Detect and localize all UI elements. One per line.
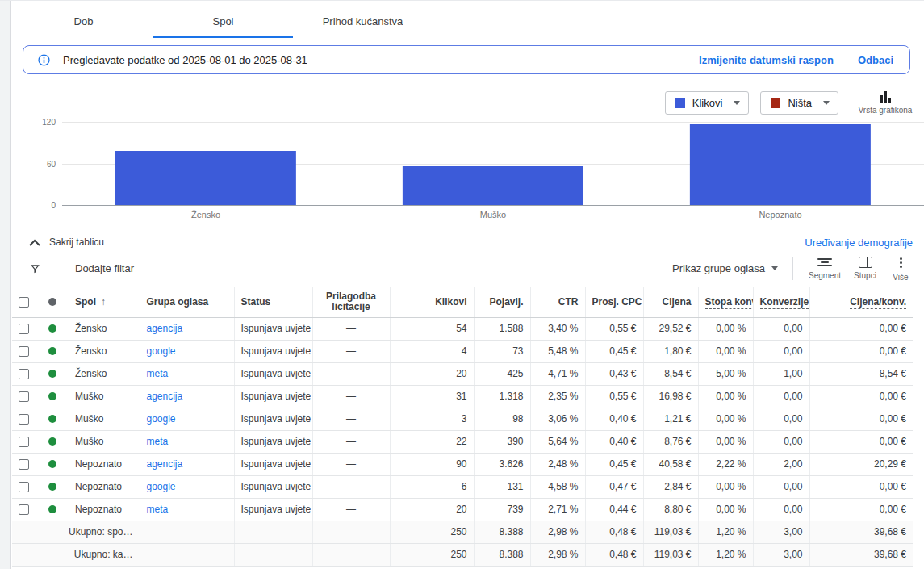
- gender-value: Žensko: [75, 368, 107, 379]
- column-header-cijena[interactable]: Cijena: [643, 287, 698, 317]
- secondary-metric-dropdown[interactable]: Ništa: [760, 91, 838, 115]
- change-date-range-link[interactable]: Izmijenite datumski raspon: [699, 54, 834, 66]
- select-all-checkbox[interactable]: [19, 297, 29, 308]
- ad-group-link[interactable]: google: [140, 408, 234, 430]
- ad-group-link[interactable]: agencija: [140, 317, 234, 340]
- status-value: Ispunjava uvjete: [234, 408, 312, 430]
- tab-prihod-kucanstva[interactable]: Prihod kućanstva: [293, 8, 433, 38]
- impressions-total: 8.388: [474, 543, 530, 566]
- hide-table-toggle[interactable]: Sakrij tablicu: [49, 236, 104, 248]
- impressions-value: 390: [474, 430, 530, 453]
- column-header-stopa-konv[interactable]: Stopa konv.: [698, 287, 753, 317]
- more-vert-icon: [900, 256, 902, 270]
- gender-value: Nepoznato: [75, 481, 122, 492]
- conv-rate-value: 0,00 %: [698, 430, 753, 453]
- cost-total: 119,03 €: [643, 543, 698, 566]
- primary-metric-dropdown[interactable]: Klikovi: [665, 91, 750, 115]
- ctr-value: 5,48 %: [530, 340, 585, 362]
- cost-value: 8,80 €: [643, 498, 698, 521]
- avg-cpc-value: 0,43 €: [585, 362, 643, 385]
- row-checkbox[interactable]: [19, 391, 29, 402]
- table-section: Sakrij tablicu Uređivanje demografije Do…: [12, 228, 924, 567]
- impressions-total: 8.388: [474, 521, 530, 543]
- chart-type-button[interactable]: Vrsta grafikona: [858, 91, 913, 115]
- avg-cpc-value: 0,40 €: [585, 430, 643, 453]
- tab-spol[interactable]: Spol: [153, 8, 293, 38]
- bid-adjustment-value: —: [312, 475, 390, 498]
- row-checkbox[interactable]: [19, 437, 29, 447]
- column-header-pojavlj[interactable]: Pojavlj.: [474, 287, 530, 317]
- table-total-row: Ukupno: spo… 250 8.388 2,98 % 0,48 € 119…: [12, 521, 913, 543]
- gender-value: Žensko: [75, 345, 107, 357]
- row-checkbox[interactable]: [19, 369, 29, 379]
- row-checkbox[interactable]: [19, 324, 29, 334]
- ad-group-link[interactable]: meta: [140, 430, 234, 453]
- conv-rate-value: 0,00 %: [698, 317, 753, 340]
- column-header-status[interactable]: Status: [234, 287, 312, 317]
- cost-per-conv-value: 0,00 €: [809, 340, 913, 362]
- columns-icon: [859, 257, 872, 268]
- enabled-status-icon: [48, 347, 56, 355]
- impressions-value: 1.588: [474, 317, 530, 340]
- column-header-konverzije[interactable]: Konverzije: [753, 287, 809, 317]
- column-header-prilagodba-licitacije[interactable]: Prilagodba licitacije: [312, 287, 390, 317]
- cost-value: 8,76 €: [643, 430, 698, 453]
- segment-label: Segment: [809, 271, 841, 280]
- bid-adjustment-value: —: [312, 430, 390, 453]
- ctr-total: 2,98 %: [530, 521, 585, 543]
- dismiss-banner-link[interactable]: Odbaci: [858, 54, 893, 66]
- cost-per-conv-value: 0,00 €: [809, 408, 913, 430]
- edit-demographics-link[interactable]: Uređivanje demografije: [805, 236, 913, 249]
- tab-dob[interactable]: Dob: [14, 8, 153, 38]
- ctr-value: 4,58 %: [530, 475, 585, 498]
- cost-per-conv-value: 0,00 €: [809, 498, 913, 521]
- status-value: Ispunjava uvjete: [234, 453, 312, 475]
- impressions-value: 73: [474, 340, 530, 362]
- row-checkbox[interactable]: [19, 346, 29, 357]
- add-filter-button[interactable]: Dodajte filtar: [75, 262, 134, 274]
- more-button[interactable]: Više: [885, 256, 916, 282]
- column-header-prosj-cpc[interactable]: Prosj. CPC: [585, 287, 643, 317]
- row-checkbox[interactable]: [19, 504, 29, 515]
- ad-group-link[interactable]: meta: [140, 498, 234, 521]
- primary-metric-swatch: [675, 98, 685, 108]
- column-header-ctr[interactable]: CTR: [530, 287, 585, 317]
- ad-group-link[interactable]: agencija: [140, 385, 234, 408]
- columns-button[interactable]: Stupci: [845, 257, 885, 280]
- ad-group-link[interactable]: meta: [140, 362, 234, 385]
- segment-button[interactable]: Segment: [805, 257, 845, 280]
- conv-rate-value: 0,00 %: [698, 475, 753, 498]
- bid-adjustment-value: —: [312, 498, 390, 521]
- ad-group-link[interactable]: google: [140, 475, 234, 498]
- row-checkbox[interactable]: [19, 482, 29, 492]
- column-header-klikovi[interactable]: Klikovi: [390, 287, 474, 317]
- clicks-value: 3: [390, 408, 474, 430]
- ad-group-link[interactable]: google: [140, 340, 234, 362]
- row-checkbox[interactable]: [19, 459, 29, 470]
- clicks-total: 250: [390, 521, 474, 543]
- clicks-value: 22: [390, 430, 474, 453]
- conversions-value: 1,00: [753, 362, 809, 385]
- enabled-status-icon: [48, 392, 56, 400]
- total-label: Ukupno: spo…: [12, 521, 140, 543]
- column-header-cijena-konv[interactable]: Cijena/konv.: [809, 287, 913, 317]
- clicks-value: 20: [390, 362, 474, 385]
- conversions-total: 3,00: [753, 521, 809, 543]
- impressions-value: 425: [474, 362, 530, 385]
- row-checkbox[interactable]: [19, 414, 29, 425]
- total-label: Ukupno: ka…: [12, 543, 140, 566]
- ad-group-link[interactable]: agencija: [140, 453, 234, 475]
- conv-rate-value: 0,00 %: [698, 340, 753, 362]
- cost-value: 1,80 €: [643, 340, 698, 362]
- enabled-status-icon: [48, 505, 56, 513]
- chevron-up-icon[interactable]: [29, 239, 40, 246]
- cost-value: 40,58 €: [643, 453, 698, 475]
- toolbar-divider: [792, 257, 793, 280]
- cost-per-conv-value: 0,00 €: [809, 475, 913, 498]
- conversions-value: 0,00: [753, 385, 809, 408]
- clicks-value: 54: [390, 317, 474, 340]
- column-header-grupa-oglasa[interactable]: Grupa oglasa: [140, 287, 234, 317]
- column-header-spol[interactable]: Spol ↑: [12, 287, 140, 317]
- view-mode-dropdown[interactable]: Prikaz grupe oglasa: [672, 262, 778, 274]
- filter-icon[interactable]: [28, 262, 42, 275]
